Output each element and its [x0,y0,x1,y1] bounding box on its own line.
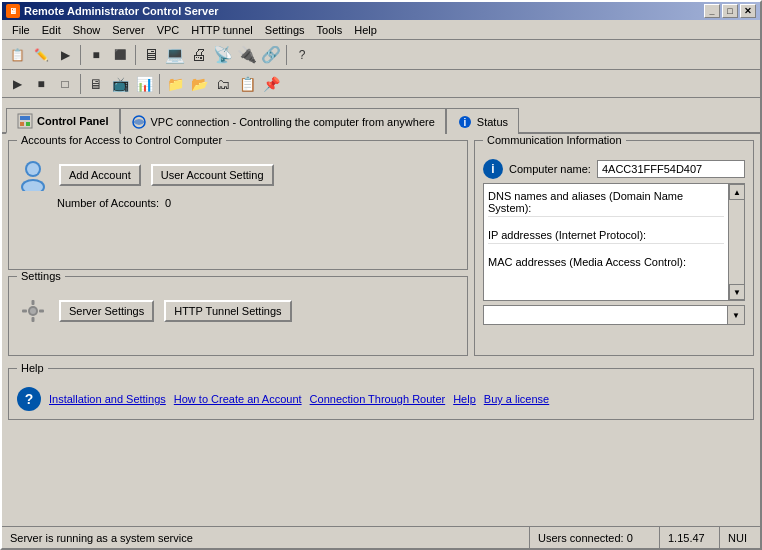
maximize-button[interactable]: □ [722,4,738,18]
tb2-stop[interactable]: ■ [30,73,52,95]
tb-sep-2 [135,45,136,65]
settings-content: Server Settings HTTP Tunnel Settings [17,291,459,327]
tb2-icon7[interactable]: 📋 [236,73,258,95]
link-create-account[interactable]: How to Create an Account [174,393,302,405]
link-installation[interactable]: Installation and Settings [49,393,166,405]
window-controls[interactable]: _ □ ✕ [704,4,756,18]
computer-name-label: Computer name: [509,163,591,175]
user-account-setting-button[interactable]: User Account Setting [151,164,274,186]
info-icon: i [483,159,503,179]
dns-area: DNS names and aliases (Domain Name Syste… [483,183,745,301]
tab-vpc-connection[interactable]: VPC connection - Controlling the compute… [120,108,446,134]
tb-icon5[interactable]: 🔌 [236,44,258,66]
title-bar: 🖥 Remote Administrator Control Server _ … [2,2,760,20]
tab-control-panel[interactable]: Control Panel [6,108,120,134]
help-group-title: Help [17,362,48,374]
mac-label: MAC addresses (Media Access Control): [488,254,724,270]
help-group: Help ? Installation and Settings How to … [8,368,754,420]
toolbar-2: ▶ ■ □ 🖥 📺 📊 📁 📂 🗂 📋 📌 [2,70,760,98]
link-help[interactable]: Help [453,393,476,405]
menu-help[interactable]: Help [348,22,383,38]
tb2-box[interactable]: □ [54,73,76,95]
menu-settings[interactable]: Settings [259,22,311,38]
dropdown-field[interactable] [483,305,727,325]
dns-text-area: DNS names and aliases (Domain Name Syste… [484,184,728,300]
ip-label: IP addresses (Internet Protocol): [488,227,724,244]
help-content: ? Installation and Settings How to Creat… [17,383,745,411]
tb2-icon5[interactable]: 📂 [188,73,210,95]
tb-sep-3 [286,45,287,65]
tb-help-btn[interactable]: ? [291,44,313,66]
number-accounts-value: 0 [165,197,171,209]
control-panel-icon [17,113,33,129]
menu-tools[interactable]: Tools [311,22,349,38]
scroll-up-btn[interactable]: ▲ [729,184,745,200]
tb-icon2[interactable]: 💻 [164,44,186,66]
tb-icon3[interactable]: 🖨 [188,44,210,66]
menu-show[interactable]: Show [67,22,107,38]
vpc-icon [131,114,147,130]
dropdown-row: ▼ [483,305,745,325]
svg-rect-1 [20,116,30,120]
menu-file[interactable]: File [6,22,36,38]
accounts-group: Accounts for Access to Control Computer [8,140,468,270]
menu-http-tunnel[interactable]: HTTP tunnel [185,22,259,38]
menu-bar: File Edit Show Server VPC HTTP tunnel Se… [2,20,760,40]
settings-group-title: Settings [17,270,65,282]
http-tunnel-settings-button[interactable]: HTTP Tunnel Settings [164,300,291,322]
tb2-sep-1 [80,74,81,94]
tab-status[interactable]: i Status [446,108,519,134]
svg-rect-2 [20,122,24,126]
tb-icon4[interactable]: 📡 [212,44,234,66]
tb-edit-btn[interactable]: ✏️ [30,44,52,66]
tb-new-btn[interactable]: 📋 [6,44,28,66]
status-message: Server is running as a system service [2,527,530,548]
toolbar-1: 📋 ✏️ ▶ ■ ⬛ 🖥 💻 🖨 📡 🔌 🔗 ? [2,40,760,70]
user-icon [17,159,49,191]
dns-scrollbar[interactable]: ▲ ▼ [728,184,744,300]
menu-vpc[interactable]: VPC [151,22,186,38]
tb-run-btn[interactable]: ▶ [54,44,76,66]
menu-server[interactable]: Server [106,22,150,38]
svg-rect-16 [39,310,44,313]
tb2-icon6[interactable]: 🗂 [212,73,234,95]
account-row: Add Account User Account Setting [17,159,459,191]
svg-point-12 [30,308,36,314]
number-accounts-label: Number of Accounts: [57,197,159,209]
tb-stop2-btn[interactable]: ⬛ [109,44,131,66]
tab-vpc-label: VPC connection - Controlling the compute… [151,116,435,128]
menu-edit[interactable]: Edit [36,22,67,38]
tab-bar: Control Panel VPC connection - Controlli… [2,98,760,134]
tb-icon6[interactable]: 🔗 [260,44,282,66]
count-row: Number of Accounts: 0 [17,197,459,209]
status-bar: Server is running as a system service Us… [2,526,760,548]
tb2-icon1[interactable]: 🖥 [85,73,107,95]
tb2-icon2[interactable]: 📺 [109,73,131,95]
status-extra: NUI [720,527,760,548]
server-settings-button[interactable]: Server Settings [59,300,154,322]
tb-stop-btn[interactable]: ■ [85,44,107,66]
dropdown-arrow-btn[interactable]: ▼ [727,305,745,325]
link-connection-router[interactable]: Connection Through Router [310,393,446,405]
tb2-run[interactable]: ▶ [6,73,28,95]
help-icon: ? [17,387,41,411]
link-buy-license[interactable]: Buy a license [484,393,549,405]
tb2-icon8[interactable]: 📌 [260,73,282,95]
add-account-button[interactable]: Add Account [59,164,141,186]
svg-rect-14 [32,317,35,322]
scroll-down-btn[interactable]: ▼ [729,284,745,300]
tb2-icon4[interactable]: 📁 [164,73,186,95]
svg-rect-15 [22,310,27,313]
tb2-icon3[interactable]: 📊 [133,73,155,95]
tb-sep-1 [80,45,81,65]
tb2-sep-2 [159,74,160,94]
close-button[interactable]: ✕ [740,4,756,18]
minimize-button[interactable]: _ [704,4,720,18]
comm-content: i Computer name: 4ACC31FFF54D407 DNS nam… [483,155,745,325]
app-icon: 🖥 [6,4,20,18]
tab-status-label: Status [477,116,508,128]
status-version: 1.15.47 [660,527,720,548]
tb-icon1[interactable]: 🖥 [140,44,162,66]
left-panel: Accounts for Access to Control Computer [8,140,468,356]
comm-group-title: Communication Information [483,134,626,146]
